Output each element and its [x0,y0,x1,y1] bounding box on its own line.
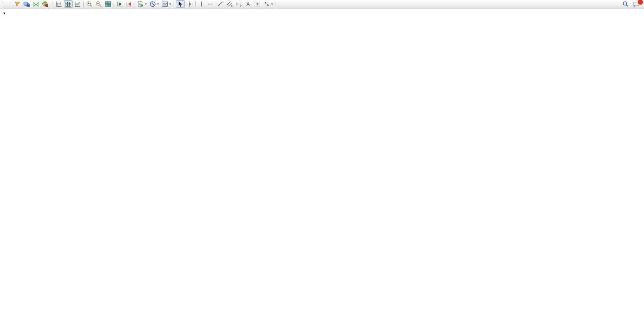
rsi-indicator-label [3,283,4,287]
chart-menu-triangle-icon[interactable]: ▼ [3,12,6,15]
toolbar-grip[interactable] [52,1,53,7]
fibonacci-letter: F [240,5,242,7]
clock-icon [149,1,156,7]
search-button[interactable] [621,0,630,8]
horizontal-line-icon [207,1,214,7]
toolbar-separator [114,1,114,7]
template-icon [161,1,168,7]
zoom-in-icon [86,1,93,7]
cursor-button[interactable] [176,0,185,8]
zoom-out-icon [95,1,102,7]
toolbar-separator [135,1,135,7]
chart-canvas[interactable] [0,9,644,320]
auto-scroll-button[interactable] [115,0,124,8]
notification-badge[interactable] [637,0,643,5]
chart-shift-icon [126,1,132,7]
fibonacci-icon: F [235,1,242,7]
text-letter: A [246,1,250,7]
main-toolbar: ▾ ▾ ▾ E F A [0,0,644,9]
bar-chart-icon [56,1,62,7]
crosshair-icon [186,1,193,7]
periods-button[interactable]: ▾ [148,0,160,8]
text-label-icon: T [254,1,261,7]
tile-windows-button[interactable] [104,0,112,8]
indicators-dropdown-caret[interactable]: ▾ [145,2,147,6]
text-button[interactable]: A [244,0,253,8]
horizontal-line-button[interactable] [206,0,215,8]
new-order-button[interactable] [4,0,12,8]
terminals-button[interactable] [22,0,31,8]
text-label-button[interactable]: T [253,0,262,8]
auto-scroll-icon [116,1,123,7]
search-icon [622,1,629,7]
arrows-button[interactable]: ▾ [262,0,274,8]
arrows-dropdown-caret[interactable]: ▾ [271,2,273,6]
chat-button[interactable] [632,0,641,8]
label-letter: T [256,2,258,6]
candlestick-chart-button[interactable] [64,0,73,8]
toolbar-grip[interactable] [2,1,3,7]
toolbar-separator [83,1,84,7]
auto-trading-globe-icon [42,1,49,7]
indicators-button[interactable]: ▾ [136,0,148,8]
toolbar-grip[interactable] [173,1,175,7]
line-chart-button[interactable] [73,0,82,8]
terminal-icon [23,1,30,7]
indicators-icon [137,1,144,7]
toolbar-grip[interactable] [275,1,277,7]
templates-dropdown-caret[interactable]: ▾ [169,2,171,6]
chart-shift-button[interactable] [125,0,133,8]
bar-chart-button[interactable] [54,0,63,8]
candlestick-icon [65,1,72,7]
templates-button[interactable]: ▾ [160,0,172,8]
text-a-icon: A [245,1,251,7]
trendline-button[interactable] [216,0,225,8]
zoom-in-button[interactable] [85,0,94,8]
crosshair-button[interactable] [185,0,194,8]
channel-letter: E [231,5,233,7]
equidistant-channel-icon: E [226,1,233,7]
signal-icon [33,1,39,7]
periods-dropdown-caret[interactable]: ▾ [157,2,159,6]
arrows-icon [263,1,270,7]
chart-window: ▼ [0,9,644,320]
fibonacci-button[interactable]: F [234,0,243,8]
macd-indicator-label [3,245,4,250]
auto-trading-button[interactable] [41,0,51,8]
cursor-icon [177,1,184,7]
signals-button[interactable] [32,0,40,8]
line-chart-icon [74,1,81,7]
new-order-funnel-icon[interactable] [13,0,22,8]
funnel-icon [14,1,21,7]
toolbar-separator [195,1,196,7]
equidistant-channel-button[interactable]: E [225,0,234,8]
zoom-out-button[interactable] [94,0,103,8]
vertical-line-button[interactable] [197,0,206,8]
mt4-application: ▾ ▾ ▾ E F A [0,0,644,320]
vertical-line-icon [198,1,205,7]
tile-windows-icon [105,1,111,7]
trendline-icon [217,1,223,7]
chart-title: ▼ [3,11,10,16]
